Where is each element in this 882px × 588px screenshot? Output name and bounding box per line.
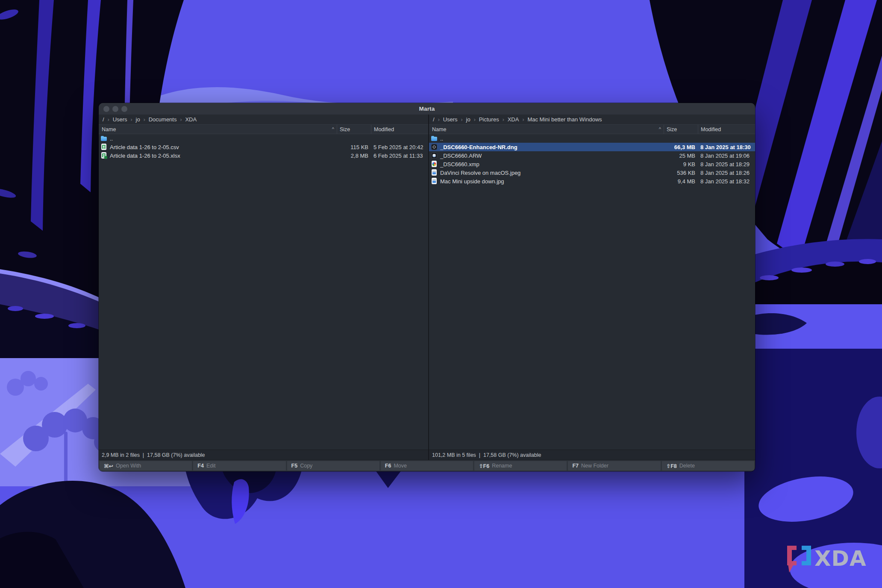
sort-ascending-icon: ^	[659, 126, 664, 132]
file-size: 9 KB	[664, 161, 698, 168]
xmp-file-icon	[431, 161, 438, 168]
minimize-button[interactable]	[112, 106, 118, 112]
folder-icon	[100, 135, 107, 142]
breadcrumb: / › Users › jo › Pictures › XDA › Mac Mi…	[429, 115, 755, 124]
file-name: Article data 1-26 to 2-05.xlsx	[110, 153, 180, 159]
marta-window: Marta / › Users › jo › Documents › XDA	[99, 103, 755, 471]
breadcrumb-segment-pictures[interactable]: Pictures	[479, 116, 499, 123]
file-name: ..	[440, 135, 443, 142]
close-button[interactable]	[103, 106, 109, 112]
file-list: .. Article data 1-26 to 2-05.csv 115 KB …	[99, 134, 428, 450]
breadcrumb-segment-users[interactable]: Users	[443, 116, 458, 123]
file-modified: 8 Jan 2025 at 19:06	[698, 153, 755, 159]
shortcut-key: F6	[385, 463, 391, 469]
breadcrumb-segment-users[interactable]: Users	[113, 116, 127, 123]
new-folder-button[interactable]: F7 New Folder	[568, 461, 660, 470]
file-name: Article data 1-26 to 2-05.csv	[110, 144, 179, 150]
column-header-row: Name ^ Size Modified	[429, 124, 755, 134]
shortcut-key: ⇧F8	[666, 463, 677, 469]
file-size: 115 KB	[337, 144, 371, 150]
status-bar: 2,9 MB in 2 files | 17,58 GB (7%) availa…	[99, 450, 428, 460]
shortcut-label: Move	[394, 463, 407, 469]
file-row-selected[interactable]: _DSC6660-Enhanced-NR.dng 66,3 MB 8 Jan 2…	[429, 143, 755, 151]
breadcrumb-segment-root[interactable]: /	[433, 116, 435, 123]
file-row[interactable]: _DSC6660.ARW 25 MB 8 Jan 2025 at 19:06	[429, 151, 755, 160]
breadcrumb-segment-xda[interactable]: XDA	[508, 116, 519, 123]
breadcrumb-segment-jo[interactable]: jo	[136, 116, 140, 123]
chevron-right-icon: ›	[108, 117, 109, 123]
shortcut-label: Delete	[679, 463, 695, 469]
xda-logo-text: XDA	[814, 546, 867, 571]
file-size: 25 MB	[664, 153, 698, 159]
open-with-button[interactable]: ⌘↩ Open With	[100, 461, 192, 470]
file-row[interactable]: Mac Mini upside down.jpg 9,4 MB 8 Jan 20…	[429, 177, 755, 185]
column-header-name-label: Name	[432, 126, 446, 132]
desktop: XDA Marta / › Users › jo › Docume	[0, 0, 882, 588]
chevron-right-icon: ›	[503, 117, 504, 123]
file-row-parent[interactable]: ..	[429, 134, 755, 143]
xlsx-file-icon	[100, 152, 107, 159]
image-file-icon	[431, 169, 438, 176]
file-modified: 8 Jan 2025 at 18:29	[698, 161, 755, 168]
file-modified: 8 Jan 2025 at 18:32	[698, 178, 755, 185]
window-title: Marta	[419, 106, 435, 112]
file-size: 536 KB	[664, 170, 698, 176]
move-button[interactable]: F6 Move	[381, 461, 473, 470]
file-name: _DSC6660.xmp	[440, 161, 479, 168]
folder-icon	[431, 135, 438, 142]
file-modified: 5 Feb 2025 at 20:42	[371, 144, 428, 150]
column-header-row: Name ^ Size Modified	[99, 124, 428, 134]
breadcrumb-segment-jo[interactable]: jo	[466, 116, 470, 123]
file-row[interactable]: Article data 1-26 to 2-05.xlsx 2,8 MB 6 …	[99, 151, 428, 160]
shortcut-key: F5	[291, 463, 298, 469]
csv-file-icon	[100, 144, 107, 150]
column-header-name[interactable]: Name ^	[99, 125, 337, 134]
breadcrumb-segment-root[interactable]: /	[103, 116, 104, 123]
file-name: DaVinci Resolve on macOS.jpeg	[440, 170, 520, 176]
arw-file-icon	[431, 152, 438, 159]
chevron-right-icon: ›	[522, 117, 524, 123]
rename-button[interactable]: ⇧F6 Rename	[474, 461, 567, 470]
breadcrumb-segment-documents[interactable]: Documents	[149, 116, 177, 123]
shortcut-label: Edit	[206, 463, 216, 469]
file-modified: 6 Feb 2025 at 11:33	[371, 153, 428, 159]
column-header-modified[interactable]: Modified	[371, 125, 428, 134]
column-header-name[interactable]: Name ^	[429, 125, 664, 134]
file-row[interactable]: DaVinci Resolve on macOS.jpeg 536 KB 8 J…	[429, 168, 755, 177]
shortcut-key: ⇧F6	[479, 463, 489, 469]
left-pane: / › Users › jo › Documents › XDA Name ^ …	[99, 115, 428, 460]
file-row-parent[interactable]: ..	[99, 134, 428, 143]
file-name: ..	[110, 135, 113, 142]
column-header-size[interactable]: Size	[664, 125, 698, 134]
delete-button[interactable]: ⇧F8 Delete	[662, 461, 754, 470]
window-titlebar[interactable]: Marta	[99, 103, 755, 115]
file-size: 2,8 MB	[337, 153, 371, 159]
shortcut-label: Open With	[116, 463, 141, 469]
file-row[interactable]: _DSC6660.xmp 9 KB 8 Jan 2025 at 18:29	[429, 160, 755, 168]
chevron-right-icon: ›	[438, 117, 440, 123]
zoom-button[interactable]	[121, 106, 127, 112]
xda-logo: XDA	[784, 543, 871, 574]
file-name: Mac Mini upside down.jpg	[440, 178, 504, 185]
breadcrumb-segment-xda[interactable]: XDA	[185, 116, 197, 123]
chevron-right-icon: ›	[131, 117, 132, 123]
column-header-size[interactable]: Size	[337, 125, 371, 134]
breadcrumb: / › Users › jo › Documents › XDA	[99, 115, 428, 124]
edit-button[interactable]: F4 Edit	[193, 461, 285, 470]
image-file-icon	[431, 178, 438, 185]
file-size: 66,3 MB	[664, 144, 698, 150]
function-key-bar: ⌘↩ Open With F4 Edit F5 Copy F6 Move ⇧F6…	[99, 460, 755, 471]
chevron-right-icon: ›	[180, 117, 182, 123]
copy-button[interactable]: F5 Copy	[287, 461, 379, 470]
breadcrumb-segment-mac-mini[interactable]: Mac Mini better than Windows	[527, 116, 602, 123]
status-bar: 101,2 MB in 5 files | 17,58 GB (7%) avai…	[429, 450, 755, 460]
sort-ascending-icon: ^	[332, 126, 337, 132]
column-header-modified[interactable]: Modified	[698, 125, 755, 134]
column-header-name-label: Name	[102, 126, 116, 132]
file-name: _DSC6660.ARW	[440, 153, 482, 159]
chevron-right-icon: ›	[461, 117, 463, 123]
shortcut-key: F7	[572, 463, 579, 469]
chevron-right-icon: ›	[474, 117, 476, 123]
dng-file-icon	[431, 144, 438, 150]
file-row[interactable]: Article data 1-26 to 2-05.csv 115 KB 5 F…	[99, 143, 428, 151]
